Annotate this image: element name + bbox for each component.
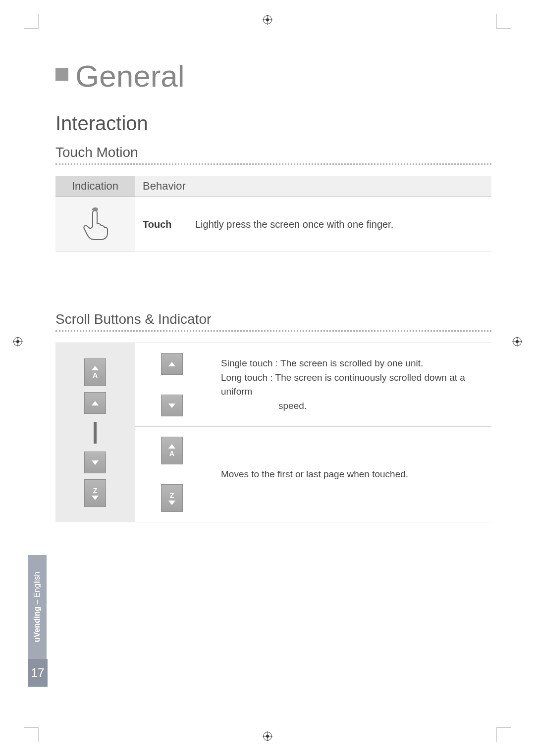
behavior-name: Touch (143, 219, 177, 230)
registration-mark-right-icon (512, 337, 522, 347)
svg-point-16 (92, 207, 98, 211)
scroll-up-button-icon (84, 392, 106, 414)
section-title: Interaction (55, 112, 491, 135)
table-row: Touch Lightly press the screen once with… (55, 197, 491, 252)
registration-mark-left-icon (13, 337, 23, 347)
scroll-icon-column: A Z (135, 427, 209, 522)
touch-behavior-cell: Touch Lightly press the screen once with… (135, 211, 491, 238)
side-tab-label: uVending – English (28, 555, 47, 659)
crop-mark-icon (24, 14, 39, 29)
touch-motion-table: Indication Behavior Touch Lightly press … (55, 176, 491, 252)
page-number: 17 (28, 659, 48, 687)
scroll-icon-column (135, 343, 209, 427)
chapter-title: General (75, 58, 185, 94)
side-tab: uVending – English 17 (28, 555, 48, 687)
scroll-description-cell: Single touch : The screen is scrolled by… (209, 343, 491, 427)
page-content: General Interaction Touch Motion Indicat… (55, 58, 491, 522)
scroll-up-icon (161, 353, 183, 375)
touch-hand-icon (80, 207, 110, 242)
touch-indication-cell (55, 197, 135, 252)
chapter-bullet-icon (55, 68, 68, 81)
scroll-bottom-z-icon: Z (161, 484, 183, 512)
scroll-up-button-a-icon: A (84, 358, 106, 386)
indication-header: Indication (55, 176, 135, 197)
scroll-top-a-icon: A (161, 437, 183, 464)
scroll-down-icon (161, 395, 183, 416)
scrollbar-track-icon (94, 422, 97, 444)
registration-mark-bottom-icon (263, 731, 272, 741)
registration-mark-top-icon (263, 15, 272, 25)
scroll-section-heading: Scroll Buttons & Indicator (55, 311, 491, 332)
crop-mark-icon (496, 14, 511, 29)
behavior-description: Lightly press the screen once with one f… (195, 219, 393, 230)
crop-mark-icon (496, 727, 511, 742)
crop-mark-icon (24, 727, 39, 742)
scroll-indicator-column: A Z (55, 343, 135, 522)
single-touch-label: Single touch : (221, 358, 278, 368)
long-touch-label: Long touch : (221, 372, 273, 383)
scroll-down-button-icon (84, 452, 106, 473)
touch-motion-heading: Touch Motion (55, 145, 491, 165)
scroll-row-group: A Z Single touch : The screen is scrolle… (55, 343, 491, 522)
behavior-header: Behavior (135, 176, 491, 197)
scroll-description-cell: Moves to the first or last page when tou… (209, 427, 491, 522)
chapter-heading: General (55, 58, 491, 94)
scroll-down-button-z-icon: Z (84, 479, 106, 507)
table-header-row: Indication Behavior (55, 176, 491, 197)
long-touch-desc2: speed. (221, 399, 480, 413)
jump-desc: Moves to the first or last page when tou… (221, 467, 480, 482)
scroll-table: A Z Single touch : The screen is scrolle… (55, 343, 491, 522)
single-touch-desc: The screen is scrolled by one unit. (280, 358, 423, 368)
